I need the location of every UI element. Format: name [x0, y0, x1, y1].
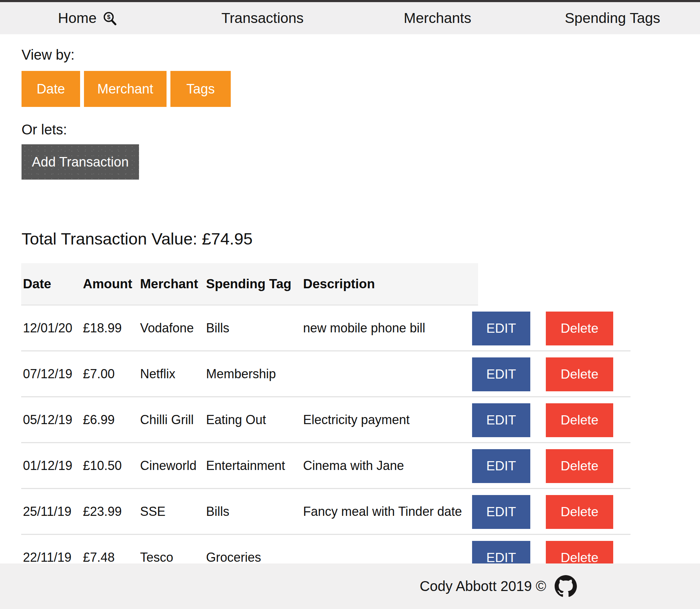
header-amount: Amount — [81, 277, 138, 291]
table-header-row: Date Amount Merchant Spending Tag Descri… — [21, 263, 478, 306]
delete-button[interactable]: Delete — [546, 403, 613, 437]
nav-home-label: Home — [58, 10, 96, 26]
cell-amount: £18.99 — [81, 321, 138, 336]
nav-transactions-label: Transactions — [221, 10, 303, 26]
header-description: Description — [301, 277, 478, 291]
cell-amount: £7.48 — [81, 550, 138, 565]
delete-button[interactable]: Delete — [546, 495, 613, 529]
nav-item-home[interactable]: Home $ — [0, 2, 175, 34]
cell-merchant: Cineworld — [138, 458, 204, 473]
cell-merchant: Chilli Grill — [138, 412, 204, 427]
cell-date: 22/11/19 — [21, 550, 81, 565]
transaction-row: 01/12/19 £10.50 Cineworld Entertainment … — [21, 443, 630, 489]
edit-button[interactable]: EDIT — [472, 357, 530, 391]
header-date: Date — [21, 277, 81, 291]
or-lets-label: Or lets: — [22, 121, 700, 138]
view-by-merchant-button[interactable]: Merchant — [84, 71, 167, 107]
cell-date: 07/12/19 — [21, 367, 81, 381]
header-merchant: Merchant — [138, 277, 204, 291]
total-transaction-value: Total Transaction Value: £74.95 — [22, 229, 700, 249]
cell-amount: £23.99 — [81, 504, 138, 519]
edit-button[interactable]: EDIT — [472, 495, 530, 529]
cell-merchant: Vodafone — [138, 321, 204, 336]
transaction-row: 12/01/20 £18.99 Vodafone Bills new mobil… — [21, 306, 630, 351]
view-by-label: View by: — [22, 46, 700, 63]
header-spending-tag: Spending Tag — [204, 277, 301, 291]
cell-date: 05/12/19 — [21, 412, 81, 427]
transaction-row: 25/11/19 £23.99 SSE Bills Fancy meal wit… — [21, 489, 630, 535]
cell-spending-tag: Membership — [204, 367, 301, 381]
search-money-icon: $ — [102, 11, 117, 26]
transactions-table: Date Amount Merchant Spending Tag Descri… — [21, 263, 630, 581]
nav-item-merchants[interactable]: Merchants — [350, 2, 525, 34]
cell-date: 12/01/20 — [21, 321, 81, 336]
cell-date: 01/12/19 — [21, 458, 81, 473]
view-by-button-row: Date Merchant Tags — [22, 71, 700, 107]
cell-amount: £7.00 — [81, 367, 138, 381]
edit-button[interactable]: EDIT — [472, 449, 530, 483]
nav-item-transactions[interactable]: Transactions — [175, 2, 350, 34]
cell-merchant: SSE — [138, 504, 204, 519]
edit-button[interactable]: EDIT — [472, 312, 530, 345]
transaction-row: 07/12/19 £7.00 Netflix Membership EDIT D… — [21, 351, 630, 397]
cell-spending-tag: Entertainment — [204, 458, 301, 473]
cell-merchant: Tesco — [138, 550, 204, 565]
page-footer: Cody Abbott 2019 © — [0, 563, 700, 609]
cell-amount: £10.50 — [81, 458, 138, 473]
cell-merchant: Netflix — [138, 367, 204, 381]
github-icon[interactable] — [555, 575, 577, 597]
nav-spending-tags-label: Spending Tags — [565, 10, 660, 26]
view-by-date-button[interactable]: Date — [22, 71, 80, 107]
delete-button[interactable]: Delete — [546, 312, 613, 345]
cell-spending-tag: Groceries — [204, 550, 301, 565]
cell-spending-tag: Eating Out — [204, 412, 301, 427]
view-by-tags-button[interactable]: Tags — [170, 71, 231, 107]
add-transaction-button[interactable]: Add Transaction — [22, 144, 139, 180]
main-content: View by: Date Merchant Tags Or lets: Add… — [0, 46, 700, 581]
delete-button[interactable]: Delete — [546, 357, 613, 391]
edit-button[interactable]: EDIT — [472, 403, 530, 437]
nav-item-spending-tags[interactable]: Spending Tags — [525, 2, 700, 34]
top-nav: Home $ Transactions Merchants Spending T… — [0, 2, 700, 34]
cell-spending-tag: Bills — [204, 321, 301, 336]
footer-copyright: Cody Abbott 2019 © — [420, 578, 546, 594]
cell-amount: £6.99 — [81, 412, 138, 427]
transaction-row: 05/12/19 £6.99 Chilli Grill Eating Out E… — [21, 397, 630, 443]
delete-button[interactable]: Delete — [546, 449, 613, 483]
cell-spending-tag: Bills — [204, 504, 301, 519]
cell-date: 25/11/19 — [21, 504, 81, 519]
svg-text:$: $ — [107, 14, 110, 20]
nav-merchants-label: Merchants — [404, 10, 471, 26]
